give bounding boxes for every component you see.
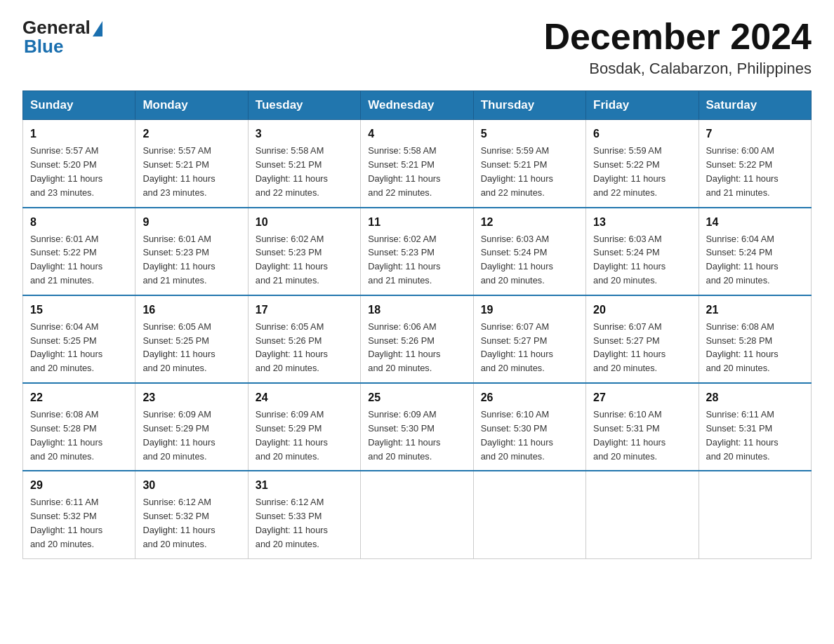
calendar-cell: 26 Sunrise: 6:10 AMSunset: 5:30 PMDaylig… (473, 383, 585, 471)
day-info: Sunrise: 6:08 AMSunset: 5:28 PMDaylight:… (30, 408, 128, 463)
day-number: 21 (706, 302, 804, 318)
calendar-cell: 13 Sunrise: 6:03 AMSunset: 5:24 PMDaylig… (586, 208, 699, 295)
calendar-cell: 2 Sunrise: 5:57 AMSunset: 5:21 PMDayligh… (135, 120, 248, 208)
day-info: Sunrise: 6:01 AMSunset: 5:22 PMDaylight:… (30, 232, 128, 288)
day-number: 30 (143, 477, 240, 494)
location-title: Bosdak, Calabarzon, Philippines (543, 60, 812, 78)
day-info: Sunrise: 6:11 AMSunset: 5:31 PMDaylight:… (706, 408, 804, 463)
logo-blue: Blue (24, 36, 63, 58)
calendar-cell: 3 Sunrise: 5:58 AMSunset: 5:21 PMDayligh… (248, 120, 360, 208)
day-number: 17 (256, 302, 353, 318)
calendar-cell: 17 Sunrise: 6:05 AMSunset: 5:26 PMDaylig… (248, 295, 360, 383)
calendar-cell: 8 Sunrise: 6:01 AMSunset: 5:22 PMDayligh… (23, 208, 135, 295)
day-info: Sunrise: 6:07 AMSunset: 5:27 PMDaylight:… (593, 320, 691, 375)
calendar-cell: 11 Sunrise: 6:02 AMSunset: 5:23 PMDaylig… (361, 208, 473, 295)
day-info: Sunrise: 6:01 AMSunset: 5:23 PMDaylight:… (143, 232, 240, 288)
calendar-cell: 15 Sunrise: 6:04 AMSunset: 5:25 PMDaylig… (23, 295, 135, 383)
day-number: 2 (143, 126, 240, 142)
day-info: Sunrise: 6:05 AMSunset: 5:26 PMDaylight:… (256, 320, 353, 375)
day-info: Sunrise: 5:59 AMSunset: 5:21 PMDaylight:… (481, 144, 578, 199)
calendar-cell: 29 Sunrise: 6:11 AMSunset: 5:32 PMDaylig… (23, 471, 135, 558)
day-number: 16 (143, 302, 240, 318)
calendar-cell: 20 Sunrise: 6:07 AMSunset: 5:27 PMDaylig… (586, 295, 699, 383)
day-number: 10 (256, 214, 353, 231)
day-number: 22 (30, 389, 128, 406)
day-number: 31 (256, 477, 353, 494)
column-header-saturday: Saturday (699, 91, 811, 120)
header: General Blue December 2024 Bosdak, Calab… (22, 17, 812, 78)
day-number: 25 (368, 389, 465, 406)
day-number: 26 (481, 389, 578, 406)
calendar-cell: 22 Sunrise: 6:08 AMSunset: 5:28 PMDaylig… (23, 383, 135, 471)
day-info: Sunrise: 6:03 AMSunset: 5:24 PMDaylight:… (593, 232, 691, 288)
day-info: Sunrise: 6:05 AMSunset: 5:25 PMDaylight:… (143, 320, 240, 375)
calendar-cell: 4 Sunrise: 5:58 AMSunset: 5:21 PMDayligh… (361, 120, 473, 208)
day-info: Sunrise: 5:58 AMSunset: 5:21 PMDaylight:… (256, 144, 353, 199)
calendar-cell: 12 Sunrise: 6:03 AMSunset: 5:24 PMDaylig… (473, 208, 585, 295)
day-number: 19 (481, 302, 578, 318)
calendar-table: SundayMondayTuesdayWednesdayThursdayFrid… (22, 90, 812, 559)
column-header-wednesday: Wednesday (361, 91, 473, 120)
day-number: 23 (143, 389, 240, 406)
day-number: 12 (481, 214, 578, 231)
calendar-cell (361, 471, 473, 558)
calendar-cell (699, 471, 811, 558)
day-number: 20 (593, 302, 691, 318)
column-header-sunday: Sunday (23, 91, 135, 120)
day-info: Sunrise: 5:57 AMSunset: 5:20 PMDaylight:… (30, 144, 128, 199)
calendar-cell: 1 Sunrise: 5:57 AMSunset: 5:20 PMDayligh… (23, 120, 135, 208)
calendar-cell: 27 Sunrise: 6:10 AMSunset: 5:31 PMDaylig… (586, 383, 699, 471)
calendar-cell: 24 Sunrise: 6:09 AMSunset: 5:29 PMDaylig… (248, 383, 360, 471)
column-header-monday: Monday (135, 91, 248, 120)
month-title: December 2024 (543, 17, 812, 57)
calendar-cell: 14 Sunrise: 6:04 AMSunset: 5:24 PMDaylig… (699, 208, 811, 295)
day-info: Sunrise: 6:03 AMSunset: 5:24 PMDaylight:… (481, 232, 578, 288)
day-info: Sunrise: 6:02 AMSunset: 5:23 PMDaylight:… (368, 232, 465, 288)
calendar-cell: 19 Sunrise: 6:07 AMSunset: 5:27 PMDaylig… (473, 295, 585, 383)
day-number: 5 (481, 126, 578, 142)
day-info: Sunrise: 6:09 AMSunset: 5:30 PMDaylight:… (368, 408, 465, 463)
column-header-thursday: Thursday (473, 91, 585, 120)
day-info: Sunrise: 6:09 AMSunset: 5:29 PMDaylight:… (256, 408, 353, 463)
day-info: Sunrise: 6:02 AMSunset: 5:23 PMDaylight:… (256, 232, 353, 288)
calendar-cell: 25 Sunrise: 6:09 AMSunset: 5:30 PMDaylig… (361, 383, 473, 471)
day-info: Sunrise: 6:04 AMSunset: 5:25 PMDaylight:… (30, 320, 128, 375)
day-number: 11 (368, 214, 465, 231)
day-info: Sunrise: 5:59 AMSunset: 5:22 PMDaylight:… (593, 144, 691, 199)
column-header-tuesday: Tuesday (248, 91, 360, 120)
day-info: Sunrise: 6:04 AMSunset: 5:24 PMDaylight:… (706, 232, 804, 288)
day-number: 18 (368, 302, 465, 318)
column-header-friday: Friday (586, 91, 699, 120)
day-number: 13 (593, 214, 691, 231)
calendar-cell (586, 471, 699, 558)
day-number: 1 (30, 126, 128, 142)
day-number: 29 (30, 477, 128, 494)
calendar-cell: 10 Sunrise: 6:02 AMSunset: 5:23 PMDaylig… (248, 208, 360, 295)
day-info: Sunrise: 5:57 AMSunset: 5:21 PMDaylight:… (143, 144, 240, 199)
calendar-cell: 30 Sunrise: 6:12 AMSunset: 5:32 PMDaylig… (135, 471, 248, 558)
calendar-cell: 16 Sunrise: 6:05 AMSunset: 5:25 PMDaylig… (135, 295, 248, 383)
day-info: Sunrise: 6:10 AMSunset: 5:31 PMDaylight:… (593, 408, 691, 463)
day-info: Sunrise: 6:11 AMSunset: 5:32 PMDaylight:… (30, 495, 128, 551)
day-info: Sunrise: 6:07 AMSunset: 5:27 PMDaylight:… (481, 320, 578, 375)
calendar-cell: 5 Sunrise: 5:59 AMSunset: 5:21 PMDayligh… (473, 120, 585, 208)
calendar-cell: 7 Sunrise: 6:00 AMSunset: 5:22 PMDayligh… (699, 120, 811, 208)
day-number: 15 (30, 302, 128, 318)
day-number: 14 (706, 214, 804, 231)
calendar-cell (473, 471, 585, 558)
logo-triangle-icon (93, 21, 102, 36)
day-info: Sunrise: 6:08 AMSunset: 5:28 PMDaylight:… (706, 320, 804, 375)
calendar-cell: 6 Sunrise: 5:59 AMSunset: 5:22 PMDayligh… (586, 120, 699, 208)
calendar-cell: 31 Sunrise: 6:12 AMSunset: 5:33 PMDaylig… (248, 471, 360, 558)
day-info: Sunrise: 6:12 AMSunset: 5:33 PMDaylight:… (256, 495, 353, 551)
calendar-cell: 9 Sunrise: 6:01 AMSunset: 5:23 PMDayligh… (135, 208, 248, 295)
logo: General Blue (22, 17, 102, 58)
day-number: 6 (593, 126, 691, 142)
day-info: Sunrise: 6:00 AMSunset: 5:22 PMDaylight:… (706, 144, 804, 199)
calendar-cell: 18 Sunrise: 6:06 AMSunset: 5:26 PMDaylig… (361, 295, 473, 383)
day-info: Sunrise: 6:09 AMSunset: 5:29 PMDaylight:… (143, 408, 240, 463)
day-number: 3 (256, 126, 353, 142)
day-number: 27 (593, 389, 691, 406)
calendar-cell: 23 Sunrise: 6:09 AMSunset: 5:29 PMDaylig… (135, 383, 248, 471)
day-number: 8 (30, 214, 128, 231)
